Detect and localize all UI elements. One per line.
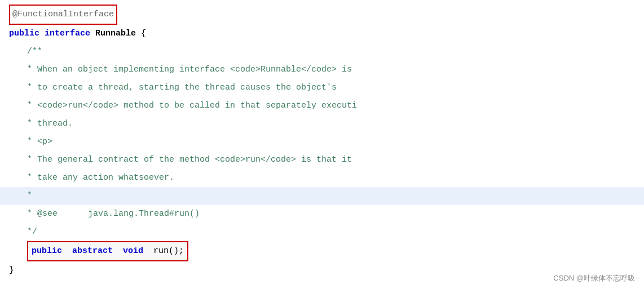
comment-3: * <code>run</code> method to be called i… [27, 97, 357, 115]
line-comment-6: * The general contract of the method <co… [0, 151, 644, 169]
comment-1: * When an object implementing interface … [27, 61, 352, 79]
line-comment-1: * When an object implementing interface … [0, 61, 644, 79]
comment-7: * take any action whatsoever. [27, 169, 174, 187]
keyword-public2: public [32, 246, 62, 256]
line-comment-4: * thread. [0, 115, 644, 133]
annotation-text: @FunctionalInterface [12, 10, 114, 19]
comment-open: /** [27, 43, 42, 61]
comment-8: * [27, 187, 32, 205]
line-comment-9: * @see java.lang.Thread#run() [0, 205, 644, 223]
line-comment-3: * <code>run</code> method to be called i… [0, 97, 644, 115]
method-box: public abstract void run(); [27, 241, 188, 261]
comment-close: */ [27, 223, 37, 241]
annotation-box: @FunctionalInterface [9, 5, 117, 25]
line-comment-close: */ [0, 223, 644, 241]
keyword-public: public [9, 25, 39, 43]
comment-5: * <p> [27, 133, 52, 151]
method-name: run(); [153, 246, 184, 256]
comment-2: * to create a thread, starting the threa… [27, 79, 337, 97]
keyword-void: void [123, 246, 143, 256]
line-comment-open: /** [0, 43, 644, 61]
line-comment-5: * <p> [0, 133, 644, 151]
interface-name: Runnable [95, 25, 136, 43]
line-comment-7: * take any action whatsoever. [0, 169, 644, 187]
line-close: } [0, 261, 644, 279]
comment-4: * thread. [27, 115, 73, 133]
line-annotation: @FunctionalInterface [0, 5, 644, 25]
open-brace: { [136, 25, 146, 43]
line-comment-2: * to create a thread, starting the threa… [0, 79, 644, 97]
comment-9: * @see java.lang.Thread#run() [27, 205, 200, 223]
watermark: CSDN @叶绿体不忘呼吸 [553, 273, 635, 283]
keyword-abstract: abstract [72, 246, 113, 256]
close-brace: } [9, 261, 14, 279]
line-interface-decl: public interface Runnable { [0, 25, 644, 43]
keyword-interface: interface [45, 25, 90, 43]
comment-6: * The general contract of the method <co… [27, 151, 352, 169]
line-comment-8: * [0, 187, 644, 205]
code-container: @FunctionalInterface public interface Ru… [0, 0, 644, 289]
line-method: public abstract void run(); [0, 241, 644, 261]
